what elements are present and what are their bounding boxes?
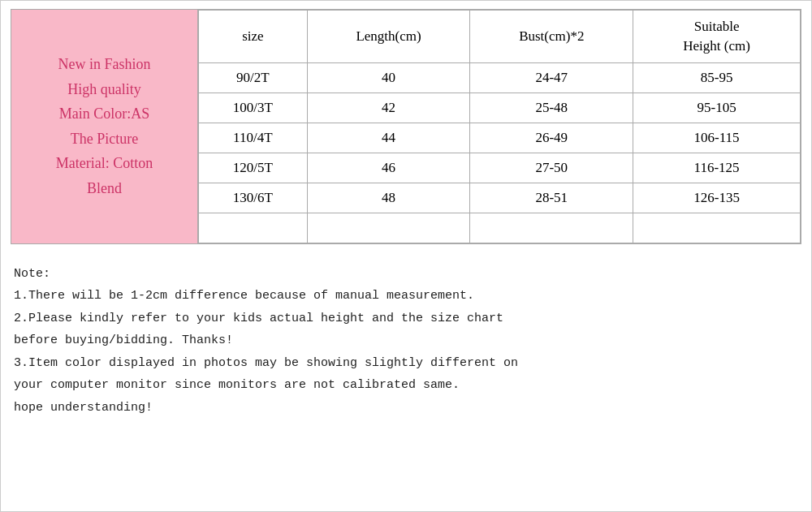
cell-bust: 25-48 bbox=[470, 93, 633, 123]
note-line1: 1.There will be 1-2cm difference because… bbox=[14, 286, 798, 307]
note-line2b: before buying/bidding. Thanks! bbox=[14, 330, 798, 351]
page-container: New in Fashion High quality Main Color:A… bbox=[0, 0, 812, 512]
table-row: 120/5T 46 27-50 116-125 bbox=[199, 153, 801, 183]
cell-length: 44 bbox=[307, 123, 470, 153]
cell-bust: 24-47 bbox=[470, 62, 633, 93]
col-size: size bbox=[199, 11, 308, 63]
cell-height: 85-95 bbox=[633, 62, 801, 93]
cell-height: 126-135 bbox=[633, 183, 801, 213]
info-line6: Blend bbox=[87, 180, 122, 196]
cell-size: 90/2T bbox=[199, 62, 308, 93]
cell-bust: 28-51 bbox=[470, 183, 633, 213]
cell-length: 48 bbox=[307, 183, 470, 213]
cell-size: 120/5T bbox=[199, 153, 308, 183]
size-table-container: size Length(cm) Bust(cm)*2 SuitableHeigh… bbox=[198, 10, 801, 243]
table-row: 110/4T 44 26-49 106-115 bbox=[199, 123, 801, 153]
cell-height: 95-105 bbox=[633, 93, 801, 123]
size-chart-section: New in Fashion High quality Main Color:A… bbox=[11, 9, 801, 244]
cell-bust: 27-50 bbox=[470, 153, 633, 183]
cell-length: 42 bbox=[307, 93, 470, 123]
info-line5: Material: Cotton bbox=[56, 155, 153, 171]
note-line2a: 2.Please kindly refer to your kids actua… bbox=[14, 308, 798, 329]
table-row: 130/6T 48 28-51 126-135 bbox=[199, 183, 801, 213]
cell-bust: 26-49 bbox=[470, 123, 633, 153]
cell-height: 116-125 bbox=[633, 153, 801, 183]
cell-length: 46 bbox=[307, 153, 470, 183]
note-title: Note: bbox=[14, 264, 798, 285]
table-row-empty bbox=[199, 213, 801, 243]
size-table: size Length(cm) Bust(cm)*2 SuitableHeigh… bbox=[198, 10, 801, 243]
info-line4: The Picture bbox=[71, 131, 138, 147]
col-length: Length(cm) bbox=[307, 11, 470, 63]
note-line3a: 3.Item color displayed in photos may be … bbox=[14, 353, 798, 374]
info-line2: High quality bbox=[67, 81, 141, 97]
cell-size: 130/6T bbox=[199, 183, 308, 213]
table-row: 90/2T 40 24-47 85-95 bbox=[199, 62, 801, 93]
info-line1: New in Fashion bbox=[58, 56, 150, 72]
cell-size: 110/4T bbox=[199, 123, 308, 153]
note-line3c: hope understanding! bbox=[14, 398, 798, 419]
note-section: Note: 1.There will be 1-2cm difference b… bbox=[11, 259, 801, 425]
product-info-text: New in Fashion High quality Main Color:A… bbox=[56, 52, 153, 201]
note-line3b: your computer monitor since monitors are… bbox=[14, 375, 798, 396]
cell-size: 100/3T bbox=[199, 93, 308, 123]
cell-length: 40 bbox=[307, 62, 470, 93]
cell-height: 106-115 bbox=[633, 123, 801, 153]
col-height: SuitableHeight (cm) bbox=[633, 11, 801, 63]
product-info-panel: New in Fashion High quality Main Color:A… bbox=[11, 10, 198, 243]
info-line3: Main Color:AS bbox=[59, 105, 150, 122]
table-row: 100/3T 42 25-48 95-105 bbox=[199, 93, 801, 123]
col-bust: Bust(cm)*2 bbox=[470, 11, 633, 63]
